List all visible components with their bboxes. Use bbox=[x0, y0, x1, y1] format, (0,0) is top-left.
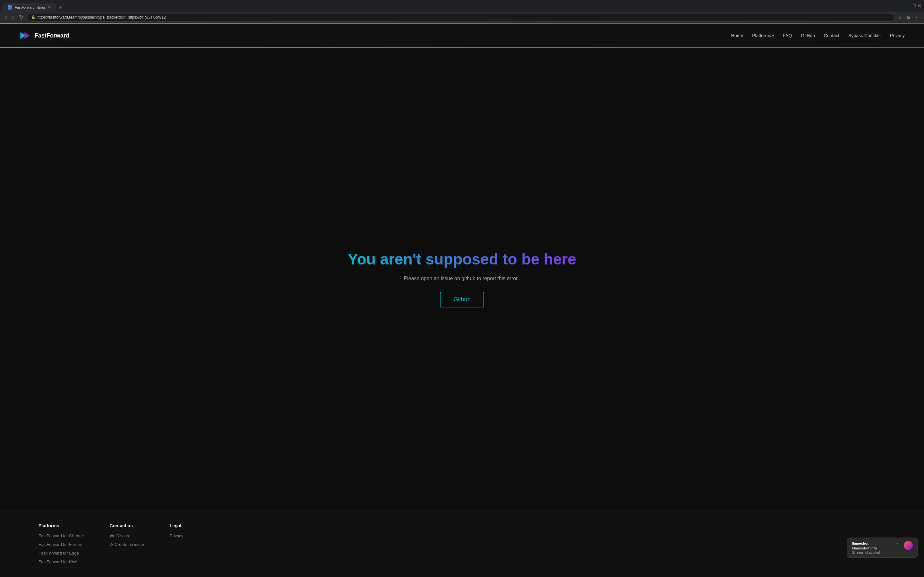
browser-tabs: FastForward | Error ✕ + bbox=[3, 0, 65, 11]
active-tab[interactable]: FastForward | Error ✕ bbox=[3, 3, 56, 11]
notification-toast: flameshot ● Flameshot Info Screenshot ab… bbox=[847, 538, 918, 558]
browser-toolbar: ‹ › ↻ 🔒 https://fastforward.team/bypasse… bbox=[0, 11, 924, 23]
lock-icon: 🔒 bbox=[31, 15, 36, 19]
faq-link[interactable]: FAQ bbox=[783, 33, 792, 38]
discord-icon: 🎮 bbox=[110, 534, 115, 538]
github-button[interactable]: Github bbox=[440, 292, 484, 308]
github-icon: ⊙ bbox=[110, 542, 113, 547]
edge-link[interactable]: FastForward for Edge bbox=[39, 551, 84, 556]
website: FastForward Home Platforms ▾ FAQ GitHub … bbox=[0, 23, 924, 577]
tab-close[interactable]: ✕ bbox=[48, 5, 51, 10]
footer-platforms-title: Platforms bbox=[39, 523, 84, 528]
discord-link[interactable]: 🎮 Discord bbox=[110, 533, 144, 538]
navbar: FastForward Home Platforms ▾ FAQ GitHub … bbox=[0, 24, 924, 47]
brand-name: FastForward bbox=[35, 32, 69, 39]
svg-marker-1 bbox=[24, 32, 29, 39]
chevron-down-icon: ▾ bbox=[772, 34, 774, 37]
home-link[interactable]: Home bbox=[731, 33, 743, 38]
error-subtitle: Please open an issue on github to report… bbox=[404, 276, 520, 282]
footer-legal-title: Legal bbox=[170, 523, 184, 528]
browser-chrome: FastForward | Error ✕ + ─ □ ✕ bbox=[0, 0, 924, 11]
footer-platforms: Platforms FastForward for Chrome FastFor… bbox=[39, 523, 84, 564]
main-content: You aren't supposed to be here Please op… bbox=[0, 48, 924, 510]
toast-title: flameshot ● bbox=[852, 541, 899, 546]
platforms-label: Platforms bbox=[752, 33, 771, 38]
brand-link[interactable]: FastForward bbox=[19, 30, 69, 41]
tab-favicon bbox=[8, 5, 12, 10]
footer-contact-title: Contact us bbox=[110, 523, 144, 528]
forward-button[interactable]: › bbox=[11, 13, 15, 21]
back-button[interactable]: ‹ bbox=[4, 13, 8, 21]
toolbar-actions: ☆ ⚙ ⋮ bbox=[897, 13, 920, 21]
nav-links: Home Platforms ▾ FAQ GitHub Contact Bypa… bbox=[731, 33, 905, 38]
footer-contact: Contact us 🎮 Discord ⊙ Create an issue bbox=[110, 523, 144, 564]
maximize-button[interactable]: □ bbox=[913, 3, 916, 8]
bypass-checker-link[interactable]: Bypass Checker bbox=[848, 33, 881, 38]
discord-label: Discord bbox=[116, 533, 131, 538]
close-button[interactable]: ✕ bbox=[918, 3, 921, 8]
chrome-link[interactable]: FastForward for Chrome bbox=[39, 533, 84, 538]
kiwi-link[interactable]: FastForward for Kiwi bbox=[39, 559, 84, 564]
minimize-button[interactable]: ─ bbox=[908, 3, 911, 8]
bookmark-button[interactable]: ☆ bbox=[897, 13, 904, 21]
privacy-link[interactable]: Privacy bbox=[890, 33, 905, 38]
firefox-link[interactable]: FastForward for Firefox bbox=[39, 542, 84, 547]
contact-link[interactable]: Contact bbox=[824, 33, 839, 38]
menu-button[interactable]: ⋮ bbox=[913, 13, 920, 21]
address-bar[interactable]: 🔒 https://fastforward.team/bypassed?type… bbox=[27, 13, 895, 21]
tab-title: FastForward | Error bbox=[15, 5, 45, 9]
create-issue-link[interactable]: ⊙ Create an issue bbox=[110, 542, 144, 547]
toast-message: Screenshot aborted. bbox=[852, 551, 899, 554]
toast-app-icon bbox=[904, 541, 913, 550]
toast-subtitle: Flameshot Info bbox=[852, 546, 899, 550]
reload-button[interactable]: ↻ bbox=[18, 13, 24, 21]
footer: Platforms FastForward for Chrome FastFor… bbox=[0, 510, 924, 577]
toast-close[interactable]: ● bbox=[897, 541, 899, 546]
extensions-button[interactable]: ⚙ bbox=[905, 13, 912, 21]
footer-legal: Legal Privacy bbox=[170, 523, 184, 564]
privacy-footer-link[interactable]: Privacy bbox=[170, 533, 184, 538]
create-issue-label: Create an issue bbox=[115, 542, 144, 547]
new-tab-button[interactable]: + bbox=[56, 3, 64, 11]
brand-logo bbox=[19, 30, 31, 41]
platforms-link[interactable]: Platforms ▾ bbox=[752, 33, 774, 38]
github-link[interactable]: GitHub bbox=[801, 33, 815, 38]
error-title: You aren't supposed to be here bbox=[348, 250, 576, 268]
url-display: https://fastforward.team/bypassed?type=t… bbox=[37, 15, 890, 19]
